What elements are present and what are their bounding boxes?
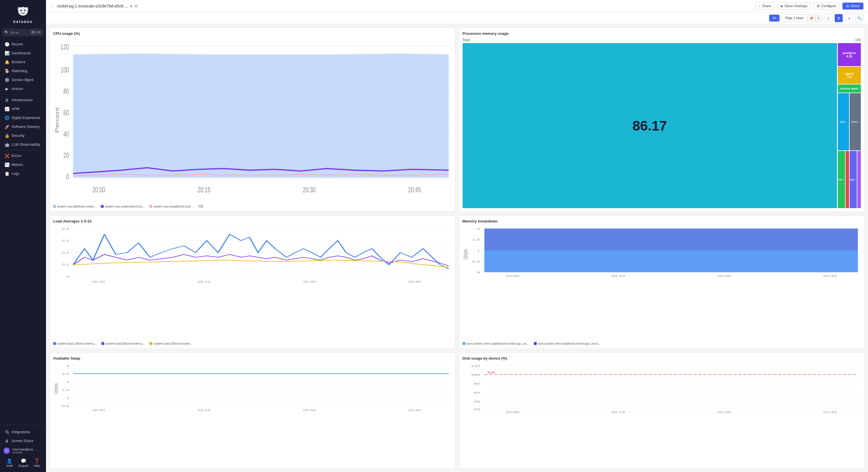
legend-label: system.load.1{host:rocket-p... [57,342,97,345]
dashboards-icon: 📊 [5,51,9,56]
sidebar-item-apm[interactable]: 📈 APM [1,105,45,113]
y-label: 120 [471,364,480,367]
sidebar-item-label: Screen Share [11,439,33,443]
sidebar-item-llm-observability[interactable]: 🤖 LLM Observability [1,140,45,149]
sidebar-item-service-mgmt[interactable]: ⚙️ Service Mgmt [1,76,45,84]
sidebar-item-label: Metrics [11,163,23,167]
x-label: 20:30 [303,280,316,283]
treemap-purple-cell [857,151,861,208]
main-content: ☆ rocket-pg-1.exoscale-e3c9e78d-a5c6-...… [46,0,868,472]
y-label: 0.1 [62,263,69,266]
x-label: 20:00 [505,411,519,413]
user-profile[interactable]: C chaymataii@out... exoscale [0,446,46,456]
help-button[interactable]: ❓ Help [34,458,40,467]
preset-1h-button[interactable]: 1h [769,14,779,22]
treemap-python-cell: pyth... [838,93,849,150]
time-back-button[interactable]: « [824,14,832,22]
actions-icon: ▶ [5,87,9,91]
y-label: 0.4 [62,227,69,230]
memory-legend: sum:system.mem.usable{host:rocket-pg-1.e… [463,342,861,345]
sidebar-item-dashboards[interactable]: 📊 Dashboards [1,49,45,58]
sidebar-item-recent[interactable]: 🕐 Recent [1,40,45,49]
load-chart-svg: 0.4 0.3 0.2 0.1 0 [53,226,452,289]
sidebar-item-actions[interactable]: ▶ Actions [1,85,45,93]
logo-text: DATADOG [13,20,33,24]
share-button[interactable]: ↑ Share [756,2,774,10]
x-label: 20:45 [408,280,421,283]
treemap-cell-label: agent [845,72,854,75]
overlays-button[interactable]: ◈ Show Overlays [777,2,811,10]
support-label: Support [19,464,28,467]
time-range-selector[interactable]: Past 1 Hour 📌 ▾ [782,14,822,22]
sidebar-item-watchdog[interactable]: 🐕 Watchdog [1,67,45,75]
time-range-pin-icon[interactable]: 📌 [807,16,815,21]
sidebar-item-screen-share[interactable]: 🖥 Screen Share [1,437,45,445]
sidebar-item-security[interactable]: 🔒 Security [1,131,45,140]
help-label: Help [34,464,40,467]
x-label: 20:00 [92,409,105,411]
treemap-pgb-cell: pgb... [849,151,857,208]
sidebar-item-metrics[interactable]: 📉 Metrics [1,160,45,169]
total-value: 100 [855,38,861,42]
legend-color [534,342,537,345]
available-swap-panel: Available Swap Gibibytes 3 2.5 2 1.5 1 0… [50,352,456,469]
header-actions: ↑ Share ◈ Show Overlays ⚙ Configure ⧉ Cl… [756,2,863,10]
processes-total-row: Total 100 [463,38,861,42]
chevron-down-icon[interactable]: ▾ [130,4,132,8]
treemap-cell-label: postgres [843,51,856,55]
configure-button[interactable]: ⚙ Configure [814,2,840,10]
x-label: 20:00 [92,280,105,283]
favorite-icon[interactable]: ☆ [51,3,55,9]
y-label: 0.2 [62,251,69,254]
legend-more-badge[interactable]: +2 [198,204,204,208]
time-pause-button[interactable]: ⏸ [835,14,843,22]
legend-label: sum:system.mem.usable{host:rocket-pg-1.e… [467,342,529,345]
treemap-main-value: 86.17 [632,118,667,134]
clone-icon: ⧉ [846,4,849,8]
time-search-button[interactable]: 🔍 [855,14,863,22]
sidebar-item-errors[interactable]: ❌ Errors [1,151,45,160]
digital-experience-icon: 🌐 [5,116,9,120]
support-button[interactable]: 💬 Support [19,458,28,467]
disk-usage-panel: Disk usage by device (%) 120 100 80 60 4… [459,352,865,469]
page-title: rocket-pg-1.exoscale-e3c9e78d-a5c6-... [57,4,128,8]
full-annotation: full [487,371,494,374]
sidebar-item-software-delivery[interactable]: 🚀 Software Delivery [1,122,45,131]
x-label: 20:15 [198,186,211,194]
y-label: 0 [477,271,480,274]
chevron-down-icon[interactable]: ▾ [815,16,822,21]
swap-chart-area: Gibibytes 3 2.5 2 1.5 1 0.5 [53,363,452,465]
invite-button[interactable]: 👤 Invite [6,458,13,467]
sidebar-item-integrations[interactable]: 🔌 Integrations [1,428,45,436]
svg-point-1 [21,10,22,11]
y-label: 1 [66,396,69,399]
legend-label: system.cpu.idle{host:rocket... [57,205,96,208]
legend-color [463,342,465,345]
svg-point-4 [25,7,28,11]
sidebar-item-label: Watchdog [11,69,28,73]
total-label: Total [463,38,470,42]
mem-usable-area [484,250,858,272]
sidebar-item-logs[interactable]: 📋 Logs [1,169,45,178]
cpu-legend: system.cpu.idle{host:rocket... system.cp… [53,204,452,208]
clone-button[interactable]: ⧉ Clone [842,3,863,9]
watchdog-icon: 🐕 [5,69,9,73]
sidebar-item-label: Infrastructure [11,98,33,102]
search-bar[interactable]: 🔍 Go to... ⌘ + K [2,28,44,36]
sidebar-item-monitors[interactable]: 🔔 Monitors [1,58,45,66]
monitors-icon: 🔔 [5,60,9,64]
sidebar-item-label: LLM Observability [11,143,40,147]
time-forward-button[interactable]: » [845,14,853,22]
legend-color [53,205,56,208]
dashboard-grid: CPU usage (%) 120 100 80 60 40 20 0 Perc… [46,24,868,472]
x-label: 20:30 [717,411,731,413]
legend-label: system.load.5{host:rocket-p... [105,342,145,345]
y-unit-label: Percent [54,107,60,133]
nav-section: 🕐 Recent 📊 Dashboards 🔔 Monitors 🐕 Watch… [0,40,46,178]
copy-icon[interactable]: ⧉ [134,4,137,9]
load-legend: system.load.1{host:rocket-p... system.lo… [53,342,452,345]
y-label: 80 [473,382,480,385]
sidebar-item-infrastructure[interactable]: 🖥 Infrastructure [1,96,45,105]
treemap-cell-value: 4.35 [846,55,852,58]
sidebar-item-digital-experience[interactable]: 🌐 Digital Experience [1,114,45,122]
